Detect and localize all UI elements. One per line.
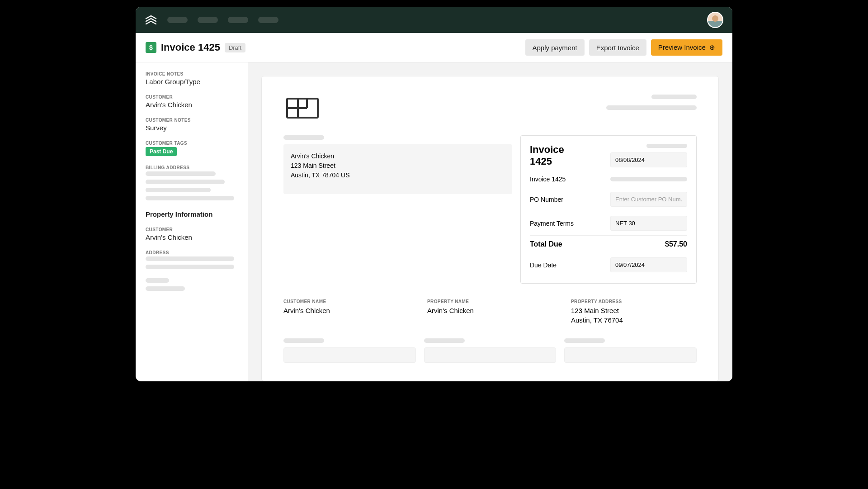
bill-to-name: Arvin's Chicken	[291, 152, 505, 161]
total-due-label: Total Due	[530, 240, 562, 248]
payment-terms-input[interactable]	[610, 216, 687, 231]
customer-name-col: CUSTOMER NAME Arvin's Chicken	[283, 299, 409, 325]
nav-item-placeholder	[258, 17, 278, 23]
total-due-value: $57.50	[665, 240, 687, 248]
invoice-notes-label: INVOICE NOTES	[146, 71, 239, 76]
status-badge: Draft	[225, 43, 245, 52]
invoice-header-row	[283, 95, 697, 122]
customer-tags-label: CUSTOMER TAGS	[146, 141, 239, 146]
sidebar: INVOICE NOTES Labor Group/Type CUSTOMER …	[136, 62, 248, 381]
page-title: Invoice 1425	[161, 42, 220, 53]
due-date-label: Due Date	[530, 261, 557, 269]
total-due-row: Total Due $57.50	[530, 235, 687, 253]
app-frame: $ Invoice 1425 Draft Apply payment Expor…	[136, 7, 732, 381]
customer-label: CUSTOMER	[146, 95, 239, 100]
property-name-label: PROPERTY NAME	[427, 299, 553, 304]
po-number-input[interactable]	[610, 192, 687, 207]
line-item-placeholder	[564, 338, 697, 363]
placeholder-line	[651, 95, 697, 99]
placeholder-line	[610, 177, 687, 181]
due-date-input[interactable]	[610, 257, 687, 272]
prop-customer-label: CUSTOMER	[146, 227, 239, 232]
user-avatar[interactable]	[707, 12, 723, 28]
top-nav	[136, 7, 732, 33]
placeholder-line	[146, 256, 234, 261]
po-number-row: PO Number	[530, 187, 687, 211]
bill-to-address: Arvin's Chicken 123 Main Street Austin, …	[283, 144, 512, 194]
header-bar: $ Invoice 1425 Draft Apply payment Expor…	[136, 33, 732, 62]
bill-to-city: Austin, TX 78704 US	[291, 171, 505, 180]
property-name-col: PROPERTY NAME Arvin's Chicken	[427, 299, 553, 325]
placeholder-line	[606, 105, 697, 110]
placeholder-line	[283, 135, 324, 140]
invoice-mid-row: Arvin's Chicken 123 Main Street Austin, …	[283, 135, 697, 284]
payment-terms-label: Payment Terms	[530, 220, 574, 227]
placeholder-line	[646, 144, 687, 148]
invoice-document: Arvin's Chicken 123 Main Street Austin, …	[261, 76, 719, 381]
app-logo-icon[interactable]	[145, 14, 157, 26]
property-address-line1: 123 Main Street	[571, 306, 697, 315]
billing-address-label: BILLING ADDRESS	[146, 165, 239, 170]
bill-to-street: 123 Main Street	[291, 161, 505, 171]
address-label: ADDRESS	[146, 250, 239, 255]
placeholder-line	[146, 265, 234, 269]
line-items-placeholder-row	[283, 338, 697, 363]
preview-invoice-label: Preview Invoice	[658, 43, 706, 51]
placeholder-line	[146, 171, 216, 176]
invoice-icon: $	[146, 42, 156, 53]
placeholder-line	[146, 278, 169, 283]
placeholder-line	[146, 286, 185, 291]
preview-invoice-button[interactable]: Preview Invoice ⊕	[651, 39, 722, 56]
payment-terms-row: Payment Terms	[530, 211, 687, 235]
customer-notes-value: Survey	[146, 124, 239, 132]
line-item-placeholder	[424, 338, 557, 363]
property-address-line2: Austin, TX 76704	[571, 315, 697, 325]
placeholder-line	[146, 188, 211, 192]
placeholder-line	[146, 196, 234, 200]
top-nav-left	[145, 14, 278, 26]
bill-to-block: Arvin's Chicken 123 Main Street Austin, …	[283, 135, 512, 194]
content-area: Arvin's Chicken 123 Main Street Austin, …	[248, 62, 732, 381]
customer-name-label: CUSTOMER NAME	[283, 299, 409, 304]
customer-tag: Past Due	[146, 147, 177, 156]
line-item-placeholder	[283, 338, 416, 363]
nav-item-placeholder	[167, 17, 188, 23]
invoice-number-row: Invoice 1425	[530, 171, 687, 187]
header-actions: Apply payment Export Invoice Preview Inv…	[525, 39, 723, 56]
apply-payment-button[interactable]: Apply payment	[525, 39, 585, 56]
property-info-heading: Property Information	[146, 210, 239, 218]
invoice-date-input[interactable]	[610, 152, 687, 167]
invoice-card-title: Invoice 1425	[530, 144, 580, 167]
plus-circle-icon: ⊕	[709, 43, 715, 52]
due-date-row: Due Date	[530, 253, 687, 277]
export-invoice-button[interactable]: Export Invoice	[589, 39, 646, 56]
customer-notes-label: CUSTOMER NOTES	[146, 118, 239, 123]
placeholder-line	[146, 180, 225, 184]
from-address-placeholder	[606, 95, 697, 116]
main-layout: INVOICE NOTES Labor Group/Type CUSTOMER …	[136, 62, 732, 381]
company-logo	[283, 95, 321, 122]
invoice-detail-columns: CUSTOMER NAME Arvin's Chicken PROPERTY N…	[283, 299, 697, 325]
invoice-number-label: Invoice 1425	[530, 176, 566, 183]
header-left: $ Invoice 1425 Draft	[146, 42, 245, 53]
nav-item-placeholder	[228, 17, 248, 23]
invoice-notes-value: Labor Group/Type	[146, 78, 239, 85]
customer-value: Arvin's Chicken	[146, 101, 239, 109]
customer-name-value: Arvin's Chicken	[283, 306, 409, 315]
prop-customer-value: Arvin's Chicken	[146, 233, 239, 241]
po-number-label: PO Number	[530, 196, 563, 203]
property-name-value: Arvin's Chicken	[427, 306, 553, 315]
property-address-col: PROPERTY ADDRESS 123 Main Street Austin,…	[571, 299, 697, 325]
nav-item-placeholder	[198, 17, 218, 23]
property-address-label: PROPERTY ADDRESS	[571, 299, 697, 304]
invoice-summary-card: Invoice 1425 Invoice 1425 PO Number	[520, 135, 697, 284]
